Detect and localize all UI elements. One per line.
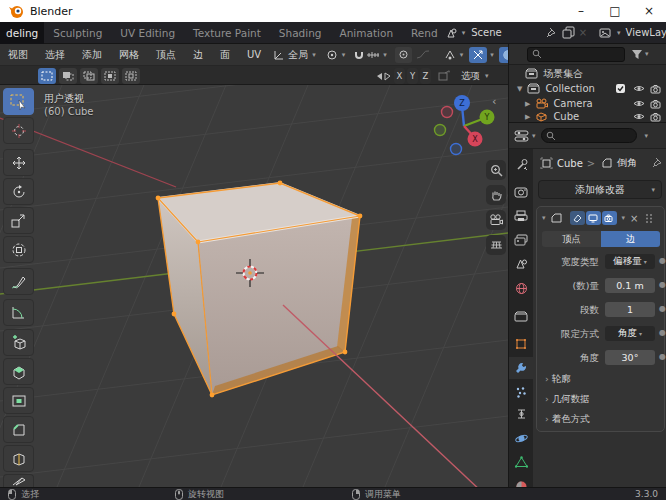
menu-face[interactable]: 面	[220, 48, 230, 62]
limit-method-dropdown[interactable]: 角度▾	[605, 326, 655, 341]
panel-expand-icon[interactable]: ▾	[542, 214, 546, 222]
tab-modeling[interactable]: deling	[0, 22, 44, 44]
add-modifier-button[interactable]: 添加修改器 ▾	[538, 180, 662, 199]
scene-name[interactable]: Scene	[471, 27, 502, 38]
options-dropdown[interactable]: 选项 ▾	[461, 70, 489, 83]
tool-tweak-select[interactable]	[3, 88, 34, 115]
pin-icon[interactable]	[546, 27, 557, 38]
disable-render-icon[interactable]	[650, 112, 662, 122]
outliner-row-collection[interactable]: ▼ Collection	[509, 81, 666, 96]
camera-view-button[interactable]	[486, 210, 506, 230]
modifier-extras-dropdown[interactable]: ▾	[622, 214, 626, 222]
tab-collection-icon[interactable]	[509, 305, 533, 327]
tool-inset-faces[interactable]	[3, 387, 34, 414]
section-shading[interactable]: › 着色方式	[545, 413, 590, 426]
orthographic-grid-button[interactable]	[486, 235, 506, 255]
tool-bevel[interactable]	[3, 416, 34, 443]
mirror-y-toggle[interactable]: Y	[407, 68, 418, 84]
tab-view-layer-icon[interactable]	[509, 229, 533, 251]
menu-select[interactable]: 选择	[45, 48, 65, 62]
gizmo-x-negative[interactable]	[442, 107, 453, 118]
select-mode-new-icon[interactable]	[38, 68, 56, 84]
minimize-button[interactable]: –	[564, 0, 598, 22]
cube-mesh[interactable]	[156, 181, 363, 398]
menu-uv[interactable]: UV	[247, 49, 261, 60]
tab-rendering[interactable]: Rend	[402, 22, 440, 44]
tool-extrude-region[interactable]	[3, 358, 34, 385]
correct-face-attributes-icon[interactable]	[437, 70, 451, 82]
tab-texture-paint[interactable]: Texture Paint	[184, 22, 270, 44]
section-profile[interactable]: › 轮廓	[545, 373, 571, 386]
hide-eye-icon[interactable]	[633, 99, 645, 108]
checkbox-icon[interactable]	[615, 83, 626, 94]
tab-animation[interactable]: Animation	[331, 22, 403, 44]
breadcrumb-modifier[interactable]: 倒角	[617, 156, 637, 170]
outliner-row-camera[interactable]: ▶ Camera	[509, 96, 666, 111]
menu-view[interactable]: 视图	[8, 48, 28, 62]
mirror-z-toggle[interactable]: Z	[420, 68, 431, 84]
select-mode-extend-icon[interactable]	[59, 68, 77, 84]
tab-particles-icon[interactable]	[509, 381, 533, 403]
tool-rotate[interactable]	[3, 178, 34, 205]
tab-output-icon[interactable]	[509, 205, 533, 227]
tool-cursor[interactable]	[3, 117, 34, 144]
properties-search-input[interactable]	[541, 128, 637, 143]
tool-scale[interactable]	[3, 207, 34, 234]
angle-field[interactable]: 30°	[605, 350, 655, 365]
tool-move[interactable]	[3, 149, 34, 176]
modifier-realtime-toggle[interactable]	[586, 211, 601, 225]
tab-tool-icon[interactable]	[509, 153, 533, 175]
tab-shading[interactable]: Shading	[270, 22, 331, 44]
chevron-down-icon[interactable]: ▾	[532, 132, 536, 140]
close-button[interactable]: ×	[632, 0, 666, 22]
modifier-edit-mode-toggle[interactable]	[570, 211, 585, 225]
maximize-button[interactable]: □	[598, 0, 632, 22]
modifier-delete-icon[interactable]: ×	[630, 213, 638, 224]
tool-measure[interactable]	[3, 299, 34, 326]
viewlayer-selector[interactable]: ▾ ViewLayer	[599, 27, 666, 39]
properties-editor-icon[interactable]	[514, 129, 530, 143]
tool-annotate[interactable]	[3, 268, 34, 295]
select-mode-subtract-icon[interactable]	[80, 68, 98, 84]
menu-mesh[interactable]: 网格	[119, 48, 139, 62]
tab-sculpting[interactable]: Sculpting	[44, 22, 111, 44]
hide-eye-icon[interactable]	[633, 112, 645, 121]
breadcrumb-object[interactable]: Cube	[557, 158, 583, 169]
chevron-down-icon[interactable]: ▾	[490, 51, 494, 59]
section-geometry[interactable]: › 几何数据	[545, 393, 590, 406]
snap-dropdown[interactable]: ▾	[353, 48, 387, 61]
zoom-button[interactable]	[486, 160, 506, 180]
modifier-render-toggle[interactable]	[602, 211, 617, 225]
sidebar-collapse-arrow[interactable]: ‹	[492, 95, 496, 108]
disclosure-open-icon[interactable]: ▼	[517, 85, 522, 93]
drag-handle-icon[interactable]	[645, 213, 653, 224]
tab-constraints-icon[interactable]	[509, 403, 533, 425]
disclosure-closed-icon[interactable]: ▶	[525, 100, 530, 108]
tool-add-cube[interactable]	[3, 329, 34, 356]
tab-modifiers-icon[interactable]	[509, 357, 533, 379]
amount-field[interactable]: 0.1 m	[605, 278, 655, 293]
affect-vertices-tab[interactable]: 顶点	[542, 231, 601, 247]
outliner-row-cube[interactable]: ▶ Cube	[509, 111, 666, 122]
viewport-3d[interactable]: 用户透视 (60) Cube Z Y X ‹	[0, 85, 508, 487]
tab-scene-icon[interactable]	[509, 253, 533, 275]
segments-field[interactable]: 1	[605, 302, 655, 317]
mirror-x-toggle[interactable]: X	[394, 68, 405, 84]
width-type-dropdown[interactable]: 偏移量▾	[605, 254, 655, 269]
tab-render-icon[interactable]	[509, 181, 533, 203]
outliner-row-scene-collection[interactable]: 场景集合	[509, 66, 666, 81]
viewlayer-name[interactable]: ViewLayer	[626, 27, 666, 38]
tab-object-icon[interactable]	[509, 333, 533, 355]
proportional-editing-toggle[interactable]	[395, 47, 412, 63]
xray-toggle[interactable]	[469, 47, 487, 63]
hide-eye-icon[interactable]	[633, 84, 645, 93]
gizmo-y-negative[interactable]	[435, 125, 446, 136]
outliner-search-input[interactable]	[527, 47, 625, 62]
tab-world-icon[interactable]	[509, 277, 533, 299]
tool-transform[interactable]	[3, 236, 34, 263]
pin-icon[interactable]	[652, 157, 663, 168]
chevron-down-icon[interactable]: ▾	[645, 50, 649, 58]
disclosure-closed-icon[interactable]: ▶	[525, 113, 530, 121]
disable-render-icon[interactable]	[650, 84, 662, 94]
filter-icon[interactable]	[631, 49, 643, 60]
